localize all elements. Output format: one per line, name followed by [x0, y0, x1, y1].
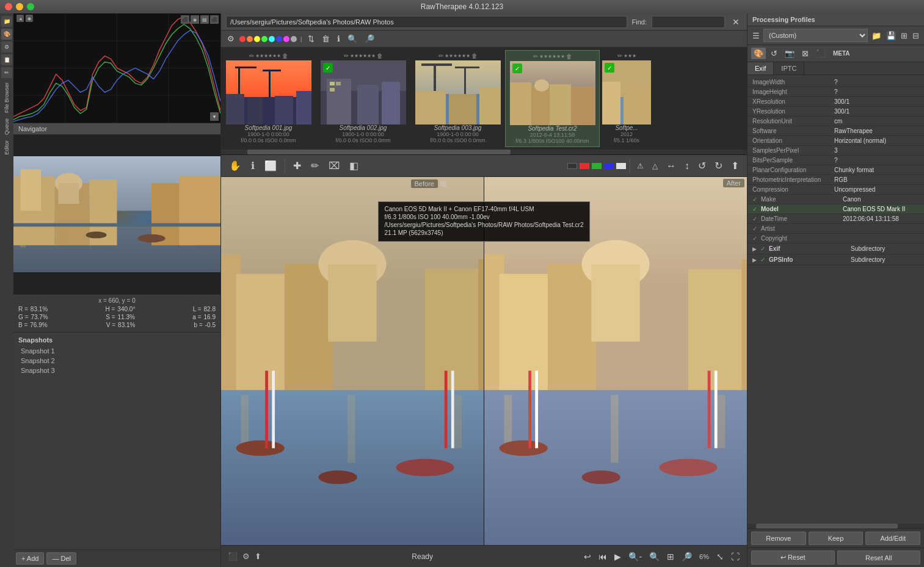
crop-tool-button[interactable]: ⌧ — [326, 158, 343, 173]
thumb-1-edit-icon[interactable]: ✏ — [249, 52, 254, 59]
color-dot-gray[interactable] — [291, 36, 297, 42]
close-button[interactable] — [5, 3, 12, 10]
sidebar-icon-editor[interactable]: ✏ — [1, 67, 12, 78]
thumb-2-delete-icon[interactable]: 🗑 — [377, 52, 383, 59]
color-dot-blue[interactable] — [276, 36, 282, 42]
color-dot-purple[interactable] — [283, 36, 289, 42]
thumb-1-delete-icon[interactable]: 🗑 — [282, 52, 288, 59]
exif-tab[interactable]: Exif — [748, 62, 774, 74]
color-dot-yellow[interactable] — [254, 36, 260, 42]
reset-all-button[interactable]: Reset All — [837, 551, 921, 565]
thumbnail-item-1[interactable]: ✏ ★★★★★★ 🗑 — [221, 50, 316, 146]
sidebar-icon-filebrowser[interactable]: 📁 — [1, 16, 12, 27]
hist-icon-3[interactable]: ▤ — [200, 15, 209, 24]
color-dot-green[interactable] — [261, 36, 267, 42]
sidebar-icon-queue[interactable]: 📋 — [1, 54, 12, 65]
zoom-fit-button[interactable]: ⊞ — [664, 551, 677, 563]
sidebar-icon-settings[interactable]: ⚙ — [1, 42, 12, 52]
thumb-5-edit-icon[interactable]: ✏ — [617, 52, 622, 59]
color-picker-red[interactable] — [580, 163, 589, 169]
thumb-4-delete-icon[interactable]: 🗑 — [566, 53, 572, 60]
thumb-3-delete-icon[interactable]: 🗑 — [471, 52, 478, 59]
right-panel-scroll-handle[interactable] — [756, 524, 897, 529]
zoom-out-button[interactable]: 🔍 — [345, 33, 360, 45]
fullscreen-button[interactable]: ⤡ — [714, 551, 726, 563]
crop-preview-button[interactable]: ⬜ — [261, 158, 280, 173]
hist-icon-5[interactable]: ▼ — [210, 112, 219, 121]
status-icon-2[interactable]: ⚙ — [241, 551, 252, 562]
transform-tool-button[interactable]: ⊠ — [799, 48, 811, 59]
trash-button[interactable]: 🗑 — [319, 33, 332, 45]
color-picker-black[interactable] — [567, 163, 577, 169]
datetime-checkbox[interactable]: ✓ — [752, 215, 757, 222]
zoom-out-btn[interactable]: 🔍 — [647, 551, 662, 563]
color-picker-blue[interactable] — [604, 163, 614, 169]
thumbnail-item-4[interactable]: ✏ ★★★★★★ 🗑 — [505, 50, 600, 147]
camera-tool-button[interactable]: 📷 — [782, 48, 797, 59]
add-edit-button[interactable]: Add/Edit — [865, 532, 920, 545]
color-dot-red[interactable] — [239, 36, 246, 42]
fullscreen-2-button[interactable]: ⛶ — [729, 551, 742, 563]
thumbnail-scrollbar[interactable] — [221, 150, 747, 154]
status-icon-3[interactable]: ⬆ — [253, 551, 263, 562]
hist-icon-4[interactable]: ⬛ — [210, 15, 219, 24]
make-checkbox[interactable]: ✓ — [752, 196, 757, 203]
path-input[interactable] — [226, 16, 627, 28]
maximize-button[interactable] — [27, 3, 34, 10]
thumbnail-item-3[interactable]: ✏ ★★★★★★ 🗑 — [410, 50, 505, 146]
flip-h-button[interactable]: ↔ — [663, 159, 679, 173]
info-button[interactable]: ℹ — [335, 33, 343, 45]
zoom-undo-button[interactable]: ↩ — [581, 551, 594, 563]
perspective-button[interactable]: ◧ — [346, 158, 362, 173]
pencil-tool-button[interactable]: ✏ — [308, 158, 322, 173]
rotate-right-button[interactable]: ↻ — [711, 158, 726, 173]
upload-button[interactable]: ⬆ — [728, 158, 742, 173]
gpsinfo-subdir-checkbox[interactable]: ✓ — [760, 256, 765, 263]
thumb-3-edit-icon[interactable]: ✏ — [438, 52, 443, 59]
profile-save-button[interactable]: 💾 — [885, 30, 897, 42]
right-panel-scrollbar[interactable] — [748, 524, 924, 529]
window-controls[interactable] — [5, 3, 34, 10]
file-browser-close-button[interactable]: ✕ — [730, 17, 742, 27]
thumbnail-item-2[interactable]: ✏ ★★★★★★ 🗑 — [316, 50, 410, 146]
zoom-in-button[interactable]: 🔎 — [362, 33, 377, 45]
color-picker-white[interactable] — [616, 163, 626, 169]
hist-icon-2[interactable]: ◈ — [191, 15, 199, 24]
remove-button[interactable]: Remove — [751, 532, 806, 545]
warning-button-1[interactable]: ⚠ — [634, 160, 647, 172]
raw-tool-button[interactable]: ⬛ — [813, 48, 828, 59]
profile-list-button[interactable]: ☰ — [751, 30, 761, 42]
iptc-tab[interactable]: IPTC — [774, 62, 804, 74]
snapshot-1[interactable]: Snapshot 1 — [18, 346, 216, 356]
color-dot-orange[interactable] — [247, 36, 253, 42]
zoom-minus-button[interactable]: 🔍- — [626, 551, 644, 563]
sort-button[interactable]: ⇅ — [305, 33, 317, 45]
info-tool-button[interactable]: ℹ — [248, 158, 258, 173]
zoom-plus-button[interactable]: 🔎 — [679, 551, 694, 563]
meta-tool-button[interactable]: META — [831, 49, 853, 58]
exif-subdir-checkbox[interactable]: ✓ — [760, 245, 765, 252]
zoom-prev-button[interactable]: ⏮ — [596, 551, 609, 563]
thumbnail-item-5[interactable]: ✏ ★★★ ✓ Softpe... 2012 f/5. — [600, 50, 653, 146]
add-point-button[interactable]: ✚ — [290, 158, 304, 173]
profile-paste-button[interactable]: ⊟ — [911, 30, 920, 42]
before-options-button[interactable]: ⊞ — [440, 179, 446, 188]
flip-v-button[interactable]: ↕ — [682, 159, 693, 173]
zoom-play-button[interactable]: ▶ — [612, 551, 624, 563]
thumbnail-scroll-handle[interactable] — [247, 150, 511, 154]
color-tool-button[interactable]: 🎨 — [751, 48, 766, 59]
add-snapshot-button[interactable]: + Add — [16, 552, 44, 565]
artist-checkbox[interactable]: ✓ — [752, 225, 757, 232]
warning-button-2[interactable]: △ — [649, 160, 661, 172]
del-snapshot-button[interactable]: — Del — [46, 552, 76, 565]
find-input[interactable] — [652, 16, 725, 28]
status-icon-1[interactable]: ⬛ — [226, 551, 239, 562]
refresh-tool-button[interactable]: ↺ — [768, 48, 780, 59]
copyright-checkbox[interactable]: ✓ — [752, 235, 757, 242]
snapshot-2[interactable]: Snapshot 2 — [18, 356, 216, 366]
pan-tool-button[interactable]: ✋ — [226, 158, 244, 173]
profile-copy-button[interactable]: ⊞ — [900, 30, 909, 42]
filter-button[interactable]: ⚙ — [225, 33, 237, 45]
reset-button[interactable]: ↩ Reset — [751, 551, 835, 565]
exif-row-gpsinfo-subdir[interactable]: ▶ ✓ GPSInfo Subdirectory — [748, 255, 924, 265]
